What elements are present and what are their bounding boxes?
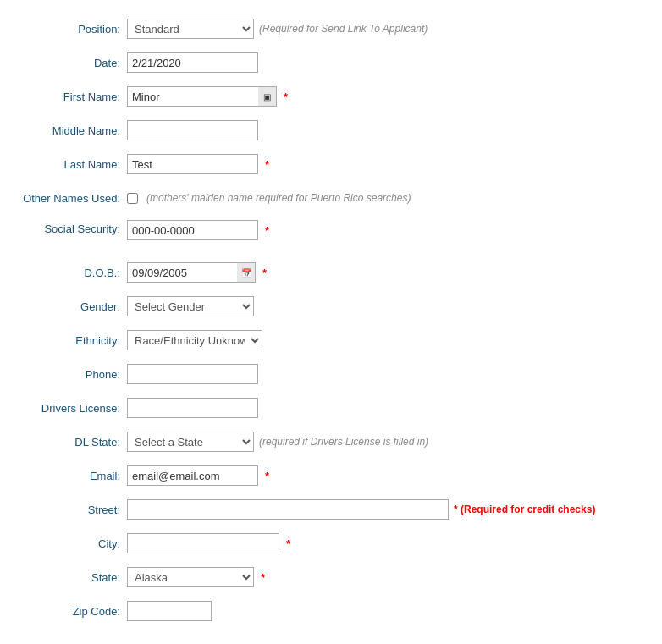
first-name-row: First Name: ▣ * [8, 85, 654, 108]
first-name-input[interactable] [127, 86, 258, 107]
ssn-label: Social Security: [8, 220, 127, 235]
dob-label: D.O.B.: [8, 267, 127, 279]
ssn-row: Social Security: * [8, 220, 654, 244]
position-label: Position: [8, 23, 127, 36]
calendar-icon[interactable]: 📅 [237, 262, 256, 283]
ssn-control: * [127, 220, 654, 240]
dob-input[interactable] [127, 262, 237, 283]
ethnicity-label: Ethnicity: [8, 334, 127, 347]
gender-label: Gender: [8, 300, 127, 313]
ssn-required: * [265, 224, 269, 237]
dob-required: * [262, 267, 267, 279]
position-row: Position: Standard Manager Supervisor (R… [8, 17, 654, 41]
city-input[interactable] [127, 533, 279, 553]
street-input[interactable] [127, 499, 449, 520]
date-row: Date: [8, 51, 654, 74]
zip-label: Zip Code: [8, 605, 127, 618]
state-control: Alaska Alabama Arizona Arkansas Californ… [127, 567, 654, 587]
phone-control [127, 364, 654, 384]
gender-select[interactable]: Select Gender Male Female Non-Binary Oth… [127, 296, 254, 316]
city-label: City: [8, 537, 127, 550]
dl-state-row: DL State: Select a State Alabama Alaska … [8, 430, 654, 454]
phone-input[interactable] [127, 364, 258, 384]
form-container: Position: Standard Manager Supervisor (R… [0, 0, 662, 644]
first-name-label: First Name: [8, 91, 127, 103]
dl-row: Drivers License: [8, 396, 654, 420]
dob-control: 📅 * [127, 262, 654, 283]
middle-name-label: Middle Name: [8, 124, 127, 137]
ethnicity-control: Race/Ethnicity Unknown Hispanic or Latin… [127, 330, 654, 350]
city-row: City: * [8, 531, 654, 555]
first-name-required: * [284, 91, 288, 103]
zip-control [127, 601, 654, 621]
dl-state-control: Select a State Alabama Alaska Arizona Ar… [127, 432, 654, 452]
date-control [127, 52, 654, 73]
dl-state-hint: (required if Drivers License is filled i… [259, 436, 428, 448]
first-name-icon[interactable]: ▣ [258, 86, 277, 107]
ethnicity-select[interactable]: Race/Ethnicity Unknown Hispanic or Latin… [127, 330, 262, 350]
other-names-control: (mothers' maiden name required for Puert… [127, 192, 654, 204]
email-row: Email: * [8, 464, 654, 487]
dl-state-select[interactable]: Select a State Alabama Alaska Arizona Ar… [127, 432, 254, 452]
state-required: * [261, 571, 265, 584]
gender-control: Select Gender Male Female Non-Binary Oth… [127, 296, 654, 316]
state-row: State: Alaska Alabama Arizona Arkansas C… [8, 565, 654, 589]
dl-label: Drivers License: [8, 402, 127, 415]
ssn-inline: * [127, 220, 269, 240]
dob-wrapper: 📅 [127, 262, 256, 283]
other-names-label: Other Names Used: [8, 192, 127, 205]
state-select[interactable]: Alaska Alabama Arizona Arkansas Californ… [127, 567, 254, 587]
street-row: Street: * (Required for credit checks) [8, 498, 654, 521]
middle-name-input[interactable] [127, 120, 258, 140]
street-required-hint: * (Required for credit checks) [454, 504, 595, 515]
dl-state-label: DL State: [8, 436, 127, 449]
phone-label: Phone: [8, 368, 127, 381]
dl-input[interactable] [127, 398, 258, 418]
middle-name-control [127, 120, 654, 140]
position-control: Standard Manager Supervisor (Required fo… [127, 19, 654, 39]
middle-name-row: Middle Name: [8, 118, 654, 142]
gender-row: Gender: Select Gender Male Female Non-Bi… [8, 294, 654, 318]
city-control: * [127, 533, 654, 553]
email-input[interactable] [127, 465, 258, 486]
ethnicity-row: Ethnicity: Race/Ethnicity Unknown Hispan… [8, 328, 654, 352]
other-names-row: Other Names Used: (mothers' maiden name … [8, 186, 654, 210]
email-required: * [265, 470, 269, 482]
state-label: State: [8, 571, 127, 584]
street-label: Street: [8, 504, 127, 516]
zip-row: Zip Code: [8, 599, 654, 623]
last-name-label: Last Name: [8, 158, 127, 171]
last-name-input[interactable] [127, 154, 258, 174]
first-name-wrapper: ▣ [127, 86, 277, 107]
last-name-required: * [265, 158, 269, 171]
position-hint: (Required for Send Link To Applicant) [259, 23, 428, 35]
last-name-row: Last Name: * [8, 152, 654, 176]
dob-row: D.O.B.: 📅 * [8, 261, 654, 284]
other-names-checkbox[interactable] [127, 193, 138, 204]
date-label: Date: [8, 57, 127, 69]
email-label: Email: [8, 470, 127, 482]
first-name-control: ▣ * [127, 86, 654, 107]
street-control: * (Required for credit checks) [127, 499, 654, 520]
other-names-hint: (mothers' maiden name required for Puert… [146, 192, 411, 204]
last-name-control: * [127, 154, 654, 174]
date-input[interactable] [127, 52, 258, 73]
dl-control [127, 398, 654, 418]
email-control: * [127, 465, 654, 486]
ssn-input[interactable] [127, 220, 258, 240]
position-select[interactable]: Standard Manager Supervisor [127, 19, 254, 39]
city-required: * [286, 537, 290, 550]
zip-input[interactable] [127, 601, 212, 621]
spacer [8, 254, 654, 261]
phone-row: Phone: [8, 362, 654, 386]
